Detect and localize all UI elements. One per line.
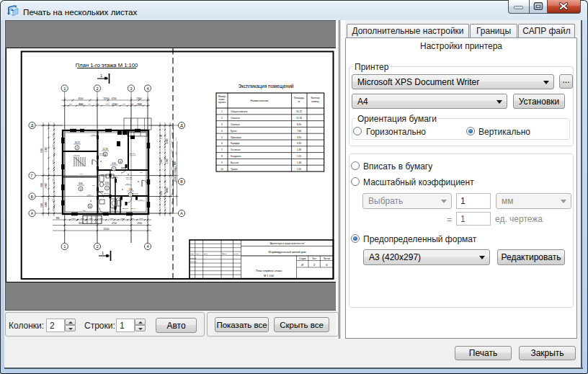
svg-text:1: 1 [130,194,131,197]
svg-text:7200: 7200 [45,147,48,152]
svg-text:1700: 1700 [110,218,114,220]
svg-text:Кол.уч: Кол.уч [196,253,202,255]
svg-text:4700: 4700 [112,97,117,100]
svg-text:2900: 2900 [40,183,43,187]
svg-text:2: 2 [76,147,78,150]
svg-text:3,90: 3,90 [105,182,110,184]
svg-text:М 1:100: М 1:100 [264,274,275,277]
svg-text:980: 980 [55,217,59,220]
svg-text:Д: Д [31,123,34,128]
svg-text:2300: 2300 [137,97,142,100]
svg-text:1,26: 1,26 [297,168,301,171]
svg-text:1100: 1100 [80,218,84,220]
svg-text:Категор.: Категор. [311,97,320,99]
svg-text:4000: 4000 [166,187,169,192]
svg-text:1400: 1400 [175,180,177,184]
svg-text:1200: 1200 [175,151,177,156]
svg-text:2100: 2100 [52,144,54,148]
svg-text:9: 9 [221,161,223,164]
svg-text:План 1-го этажа М 1:100: План 1-го этажа М 1:100 [76,62,138,68]
svg-text:Кладовая: Кладовая [231,155,241,158]
svg-text:Туалет: Туалет [231,168,239,171]
svg-text:А: А [31,211,34,215]
svg-text:Листов: Листов [324,257,331,260]
svg-text:1: 1 [63,244,66,249]
svg-text:4500: 4500 [79,97,84,100]
svg-text:ДН-1: ДН-1 [112,208,116,210]
svg-text:1200: 1200 [52,133,54,138]
svg-text:4600: 4600 [160,191,163,195]
svg-text:Наименование: Наименование [251,99,269,102]
svg-text:1800: 1800 [171,192,173,197]
svg-text:7,66: 7,66 [128,188,133,191]
svg-text:Д: Д [180,123,183,128]
svg-text:ЗОЧ1-В: ЗОЧ1-В [132,192,138,194]
svg-text:2: 2 [96,86,98,91]
svg-text:4: 4 [221,130,223,133]
svg-text:6: 6 [221,142,223,145]
svg-text:1300: 1300 [71,218,76,220]
svg-text:помещ.: помещ. [311,100,319,103]
svg-text:7000: 7000 [40,148,43,153]
svg-text:Индивидуальный жилой дом: Индивидуальный жилой дом [268,250,306,254]
svg-text:1100: 1100 [52,198,54,202]
svg-text:3200: 3200 [166,138,169,143]
svg-text:1800: 1800 [52,159,54,164]
svg-text:1100: 1100 [139,218,143,220]
svg-text:КО-6: КО-6 [126,183,130,185]
svg-text:Спальня: Спальня [231,117,240,120]
svg-text:1500: 1500 [99,218,103,220]
svg-text:4: 4 [146,244,148,249]
svg-text:1000: 1000 [175,195,177,199]
svg-text:КУХ-8: КУХ-8 [74,154,79,156]
svg-text:5: 5 [221,136,223,139]
svg-text:1400: 1400 [52,178,54,182]
svg-text:750: 750 [69,103,73,105]
svg-text:8: 8 [221,155,223,158]
svg-text:12,33: 12,33 [102,148,108,151]
svg-text:1200: 1200 [171,141,173,145]
svg-text:2400: 2400 [45,202,48,207]
svg-text:4,30: 4,30 [112,162,116,165]
svg-text:высота этажа 2.800: высота этажа 2.800 [174,161,177,182]
svg-text:1400: 1400 [171,158,173,162]
svg-text:1: 1 [102,251,104,255]
svg-text:3: 3 [80,188,81,191]
svg-text:Лист: Лист [312,257,317,260]
svg-text:2ОЧ1-8: 2ОЧ1-8 [126,177,133,178]
svg-text:900: 900 [122,103,126,105]
svg-text:Площадь,: Площадь, [294,97,305,99]
svg-text:щения: щения [218,101,226,104]
svg-text:1200: 1200 [89,218,93,220]
svg-text:2ОЧ1-8: 2ОЧ1-8 [130,153,136,154]
svg-text:8,90: 8,90 [79,182,83,185]
svg-text:1200: 1200 [130,218,134,220]
svg-text:900: 900 [138,103,142,105]
svg-text:Прихожая: Прихожая [231,136,241,139]
svg-text:800: 800 [175,166,177,169]
svg-text:2300: 2300 [40,203,43,208]
svg-text:2: 2 [221,117,223,120]
svg-text:ДН-2: ДН-2 [131,208,135,210]
svg-text:1200: 1200 [95,103,99,105]
svg-text:1800: 1800 [171,149,173,153]
svg-text:Лист: Лист [204,253,208,255]
svg-text:3: 3 [221,123,223,126]
svg-text:900: 900 [175,137,177,141]
svg-text:Изм.: Изм. [190,253,195,255]
svg-text:4: 4 [146,86,148,91]
svg-text:2ОЧ1-8: 2ОЧ1-8 [99,153,106,154]
svg-text:8,90: 8,90 [297,123,301,126]
svg-text:Подп: Подп [234,253,239,255]
svg-text:2: 2 [96,244,98,249]
svg-text:3: 3 [130,86,132,91]
svg-text:Б: Б [31,195,34,199]
svg-text:11500: 11500 [103,228,110,231]
svg-text:Экспликация помещений: Экспликация помещений [238,84,293,89]
svg-text:В: В [180,179,183,184]
svg-text:1: 1 [100,74,102,78]
svg-text:Кухня: Кухня [231,130,237,133]
svg-text:2300: 2300 [137,222,142,225]
svg-text:1,20: 1,20 [297,155,301,158]
svg-text:16,22: 16,22 [74,141,80,144]
